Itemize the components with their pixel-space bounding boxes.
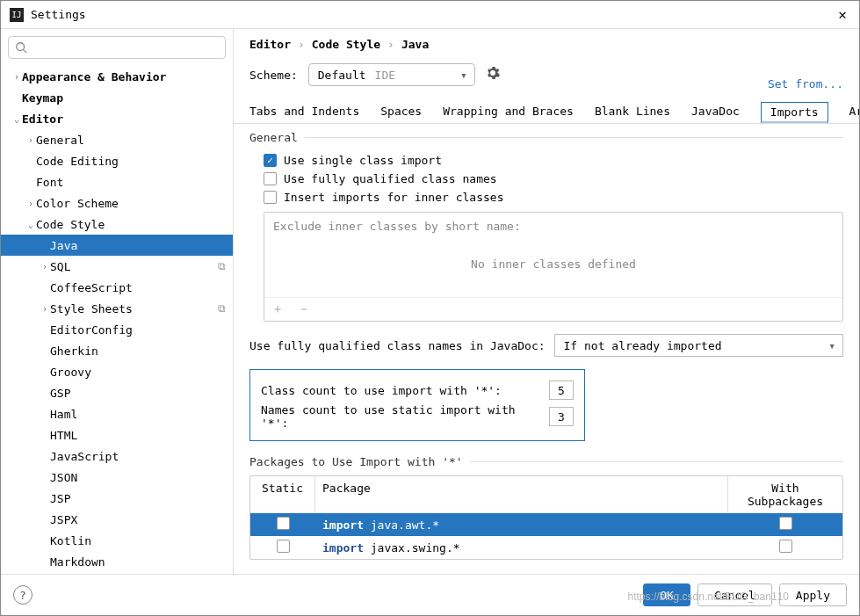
scheme-badge: IDE: [375, 69, 395, 82]
package-row[interactable]: import java.awt.*: [250, 513, 842, 536]
tree-item-label: SQL: [50, 260, 218, 273]
subpackages-checkbox[interactable]: [779, 517, 792, 530]
use-fully-qualified-checkbox[interactable]: [264, 172, 277, 185]
chevron-icon: ›: [40, 304, 50, 314]
tab-tabs-and-indents[interactable]: Tabs and Indents: [249, 105, 359, 123]
tree-item-label: Font: [36, 176, 226, 189]
gear-icon[interactable]: [486, 66, 500, 83]
import-keyword: import: [322, 541, 371, 554]
breadcrumb-item[interactable]: Code Style: [312, 38, 380, 51]
tabs: Tabs and IndentsSpacesWrapping and Brace…: [234, 95, 859, 124]
tree-item-kotlin[interactable]: Kotlin: [1, 530, 233, 551]
sidebar: ›Appearance & BehaviorKeymap⌄Editor›Gene…: [1, 29, 234, 574]
tree-item-label: JSPX: [50, 513, 226, 526]
tree-item-general[interactable]: ›General: [1, 129, 233, 150]
tree-item-style-sheets[interactable]: ›Style Sheets⧉: [1, 298, 233, 319]
tree-item-label: Kotlin: [50, 534, 226, 547]
tree-item-sql[interactable]: ›SQL⧉: [1, 256, 233, 277]
scheme-label: Scheme:: [249, 69, 298, 82]
names-count-input[interactable]: [549, 407, 574, 426]
static-checkbox[interactable]: [277, 540, 290, 553]
packages-group: Packages to Use Import with '*' Static P…: [249, 455, 843, 560]
remove-icon[interactable]: －: [298, 301, 310, 315]
tree-item-keymap[interactable]: Keymap: [1, 87, 233, 108]
tree-item-appearance-behavior[interactable]: ›Appearance & Behavior: [1, 66, 233, 87]
tree-item-coffeescript[interactable]: CoffeeScript: [1, 277, 233, 298]
general-group: General ✓ Use single class import Use fu…: [249, 131, 843, 322]
breadcrumb-item[interactable]: Editor: [249, 38, 291, 51]
tree-item-groovy[interactable]: Groovy: [1, 361, 233, 382]
tree-item-label: EditorConfig: [50, 323, 226, 337]
tree-item-label: Color Scheme: [36, 197, 226, 210]
tree-item-editorconfig[interactable]: EditorConfig: [1, 319, 233, 340]
tree-item-html[interactable]: HTML: [1, 424, 233, 446]
col-package[interactable]: Package: [315, 476, 728, 513]
subpackages-checkbox[interactable]: [779, 540, 792, 553]
tab-javadoc[interactable]: JavaDoc: [691, 105, 740, 123]
chevron-icon: ⌄: [25, 220, 36, 229]
use-single-class-checkbox[interactable]: ✓: [264, 154, 277, 167]
settings-tree: ›Appearance & BehaviorKeymap⌄Editor›Gene…: [1, 66, 233, 574]
general-legend: General: [249, 131, 305, 144]
help-icon[interactable]: ?: [13, 585, 33, 605]
tree-item-font[interactable]: Font: [1, 171, 233, 192]
static-checkbox[interactable]: [277, 517, 290, 530]
ok-button[interactable]: OK: [643, 583, 690, 606]
chevron-icon: ⌄: [11, 114, 22, 124]
search-input[interactable]: [8, 36, 226, 59]
import-keyword: import: [322, 518, 371, 532]
tree-item-label: General: [36, 134, 226, 147]
close-icon[interactable]: ✕: [835, 3, 850, 26]
class-count-input[interactable]: [549, 380, 574, 400]
tree-item-label: JSP: [50, 492, 226, 505]
tree-item-gsp[interactable]: GSP: [1, 382, 233, 403]
use-fully-qualified-label: Use fully qualified class names: [284, 172, 497, 185]
tree-item-editor[interactable]: ⌄Editor: [1, 108, 233, 129]
package-row[interactable]: import javax.swing.*: [250, 536, 842, 559]
add-icon[interactable]: ＋: [271, 301, 284, 315]
chevron-icon: ›: [11, 72, 22, 82]
package-cell: import javax.swing.*: [315, 541, 728, 554]
tree-item-jsp[interactable]: JSP: [1, 488, 233, 509]
tree-item-label: Appearance & Behavior: [22, 70, 226, 83]
tree-item-markdown[interactable]: Markdown: [1, 551, 233, 572]
breadcrumb: Editor › Code Style › Java: [234, 29, 859, 54]
tree-item-java[interactable]: Java: [1, 235, 233, 256]
javadoc-qualified-label: Use fully qualified class names in JavaD…: [249, 339, 546, 352]
javadoc-qualified-select[interactable]: If not already imported: [554, 334, 843, 357]
exclude-header: Exclude inner classes by short name:: [264, 213, 842, 240]
col-subpackages[interactable]: With Subpackages: [728, 476, 842, 513]
tree-item-gherkin[interactable]: Gherkin: [1, 340, 233, 361]
tree-item-label: Groovy: [50, 366, 226, 379]
footer: ? OK Cancel Apply: [1, 574, 859, 615]
package-cell: import java.awt.*: [315, 518, 728, 532]
copy-icon[interactable]: ⧉: [218, 302, 226, 315]
tree-item-label: Haml: [50, 408, 226, 421]
use-single-class-label: Use single class import: [284, 154, 442, 167]
cancel-button[interactable]: Cancel: [697, 583, 772, 606]
chevron-icon: ›: [25, 199, 36, 208]
tree-item-label: Style Sheets: [50, 302, 218, 315]
tree-item-color-scheme[interactable]: ›Color Scheme: [1, 192, 233, 214]
tab-blank-lines[interactable]: Blank Lines: [595, 105, 670, 123]
chevron-right-icon: ›: [298, 38, 305, 51]
tab-wrapping-and-braces[interactable]: Wrapping and Braces: [443, 105, 574, 123]
tree-item-json[interactable]: JSON: [1, 467, 233, 488]
count-box: Class count to use import with '*': Name…: [249, 369, 585, 441]
scheme-select[interactable]: Default IDE: [308, 63, 475, 86]
tab-imports[interactable]: Imports: [761, 102, 828, 124]
set-from-link[interactable]: Set from...: [768, 77, 843, 91]
apply-button[interactable]: Apply: [779, 583, 847, 606]
tab-spaces[interactable]: Spaces: [380, 105, 422, 123]
tree-item-jspx[interactable]: JSPX: [1, 509, 233, 530]
col-static[interactable]: Static: [250, 476, 315, 513]
tree-item-code-editing[interactable]: Code Editing: [1, 150, 233, 171]
tab-arrang[interactable]: Arrang: [849, 105, 859, 123]
tree-item-code-style[interactable]: ⌄Code Style: [1, 214, 233, 235]
tree-item-haml[interactable]: Haml: [1, 403, 233, 424]
tree-item-label: JavaScript: [50, 450, 226, 463]
copy-icon[interactable]: ⧉: [218, 260, 226, 272]
insert-inner-checkbox[interactable]: [264, 191, 277, 204]
tree-item-javascript[interactable]: JavaScript: [1, 446, 233, 467]
tree-item-label: Editor: [22, 112, 226, 126]
